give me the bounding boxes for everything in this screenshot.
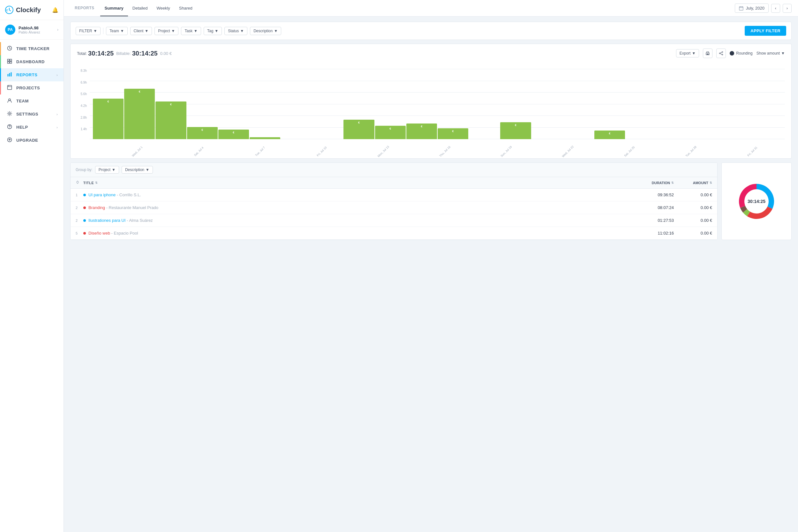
- sidebar-logo: C Clockify 🔔: [0, 0, 63, 20]
- expand-icon: [76, 180, 79, 184]
- svg-rect-6: [10, 62, 12, 63]
- bar-euro-label: €: [452, 130, 454, 133]
- bar-group: €€: [93, 89, 155, 139]
- filter-project-button[interactable]: Project ▼: [154, 27, 178, 35]
- sidebar-item-settings[interactable]: SETTINGS ›: [0, 108, 63, 121]
- sidebar-item-dashboard[interactable]: DASHBOARD: [0, 55, 63, 68]
- chart-bar[interactable]: €: [406, 124, 437, 139]
- avatar: PA: [5, 24, 15, 35]
- tab-weekly[interactable]: Weekly: [152, 1, 174, 16]
- date-picker[interactable]: July, 2020: [735, 3, 768, 13]
- filter-description-button[interactable]: Description ▼: [250, 27, 281, 35]
- chart-bar[interactable]: €: [93, 99, 124, 139]
- date-prev-button[interactable]: ‹: [771, 4, 780, 13]
- table-row[interactable]: 1 UI para iphone - Corrillo S.L. 09:36:5…: [71, 189, 717, 202]
- svg-rect-16: [739, 7, 743, 10]
- apply-filter-button[interactable]: APPLY FILTER: [745, 26, 786, 36]
- summary-actions: Export ▼ Rounding Show amount: [676, 49, 785, 58]
- filter-task-button[interactable]: Task ▼: [181, 27, 201, 35]
- svg-rect-10: [8, 86, 12, 90]
- app-title: Clockify: [16, 6, 41, 14]
- tab-detailed[interactable]: Detailed: [128, 1, 152, 16]
- chart-bar[interactable]: €: [343, 120, 374, 139]
- table-row[interactable]: 2 Ilustrationes para UI - Alma Suárez 01…: [71, 214, 717, 227]
- sidebar-item-label-time-tracker: TIME TRACKER: [16, 46, 50, 51]
- total-time: 30:14:25: [88, 50, 114, 57]
- clockify-logo-icon: C: [5, 6, 14, 14]
- sidebar-item-reports[interactable]: REPORTS ›: [0, 68, 63, 81]
- chart-bar[interactable]: €: [155, 101, 186, 139]
- amount-header-label: AMOUNT: [693, 181, 708, 185]
- sidebar-item-label-team: TEAM: [16, 99, 29, 103]
- chart-x-axis: Wed, Jul 1Sat, Jul 4Tue, Jul 7Fri, Jul 1…: [102, 149, 785, 153]
- row-duration: 08:07:24: [632, 205, 674, 210]
- filter-chevron-icon: ▼: [93, 29, 97, 33]
- date-next-button[interactable]: ›: [783, 4, 792, 13]
- filter-tag-button[interactable]: Tag ▼: [204, 27, 222, 35]
- filter-team-chevron-icon: ▼: [120, 29, 124, 33]
- svg-rect-7: [8, 74, 8, 77]
- filter-client-button[interactable]: Client ▼: [130, 27, 152, 35]
- tab-shared[interactable]: Shared: [175, 1, 197, 16]
- y-label-3: 1.4h: [77, 127, 88, 131]
- filter-description-label: Description: [253, 29, 272, 33]
- sidebar-item-help[interactable]: HELP ›: [0, 121, 63, 134]
- user-chevron-icon: ›: [57, 27, 58, 32]
- show-amount-chevron-icon: ▼: [781, 51, 785, 56]
- bar-euro-label: €: [609, 132, 610, 135]
- projects-icon: [7, 85, 13, 91]
- filter-tag-label: Tag: [207, 29, 213, 33]
- row-client-name: - Restaurante Manuel Prado: [106, 205, 158, 210]
- chart-bars-area: €€€€€€€€€€€ Wed, Jul 1Sat, Jul 4Tue, Jul…: [90, 69, 785, 139]
- tab-summary[interactable]: Summary: [100, 1, 128, 16]
- table-row[interactable]: 2 Branding - Restaurante Manuel Prado 08…: [71, 202, 717, 214]
- filter-team-button[interactable]: Team ▼: [106, 27, 127, 35]
- sidebar-item-upgrade[interactable]: UPGRADE: [0, 134, 63, 147]
- group-by-secondary-select[interactable]: Description ▼: [121, 166, 153, 174]
- table-header-title: TITLE ⇅: [83, 181, 632, 185]
- bars-container: €€€€€€€€€€€: [90, 69, 785, 139]
- bar-group: €€: [155, 101, 217, 139]
- export-button[interactable]: Export ▼: [676, 49, 699, 57]
- bar-chart: 8.3h 6.9h 5.6h 4.2h 2.8h 1.4h: [70, 62, 792, 158]
- sidebar-item-label-projects: PROJECTS: [16, 86, 40, 90]
- show-amount-button[interactable]: Show amount ▼: [757, 51, 785, 56]
- bar-euro-label: €: [358, 121, 360, 124]
- svg-point-21: [720, 53, 720, 54]
- chart-bar[interactable]: €: [218, 130, 249, 139]
- bar-euro-label: €: [139, 90, 140, 93]
- page-content: FILTER ▼ Team ▼ Client ▼ Project ▼ Task …: [64, 17, 798, 532]
- sidebar-item-time-tracker[interactable]: TIME TRACKER: [0, 42, 63, 55]
- filter-status-chevron-icon: ▼: [240, 29, 244, 33]
- filter-main-button[interactable]: FILTER ▼: [76, 27, 100, 35]
- table-row[interactable]: 5 Diseño web - Espacio Pool 11:02:16 0.0…: [71, 227, 717, 240]
- row-number: 2: [76, 206, 83, 210]
- row-project-name: Diseño web: [89, 231, 110, 235]
- sidebar-item-team[interactable]: TEAM: [0, 94, 63, 108]
- donut-chart: 30:14:25: [734, 179, 779, 224]
- rounding-toggle[interactable]: Rounding: [730, 51, 752, 56]
- svg-rect-9: [11, 73, 12, 77]
- bar-euro-label: €: [390, 127, 391, 130]
- settings-chevron-icon: ›: [57, 112, 58, 116]
- reports-icon: [7, 72, 13, 78]
- row-amount: 0.00 €: [674, 205, 712, 210]
- filter-label: FILTER: [79, 29, 92, 33]
- table-expand-col: [76, 180, 83, 185]
- reports-nav-label: REPORTS: [70, 1, 100, 16]
- group-primary-value: Project: [99, 168, 111, 172]
- print-button[interactable]: [703, 49, 712, 58]
- chart-bar[interactable]: €: [124, 89, 155, 139]
- row-client-name: - Alma Suárez: [127, 218, 153, 223]
- filter-status-button[interactable]: Status ▼: [224, 27, 247, 35]
- row-client-name: - Espacio Pool: [111, 231, 138, 235]
- sidebar-item-projects[interactable]: PROJECTS: [0, 81, 63, 94]
- share-button[interactable]: [716, 49, 726, 58]
- y-label-6: 5.6h: [77, 92, 88, 96]
- clock-icon: [7, 46, 13, 52]
- bar-euro-label: €: [170, 103, 172, 106]
- chart-bar[interactable]: €: [594, 131, 625, 139]
- bell-icon[interactable]: 🔔: [52, 7, 58, 13]
- user-profile[interactable]: PA PabloA.98 Pablo Álvarez ›: [0, 20, 63, 40]
- row-title: UI para iphone - Corrillo S.L.: [89, 192, 632, 197]
